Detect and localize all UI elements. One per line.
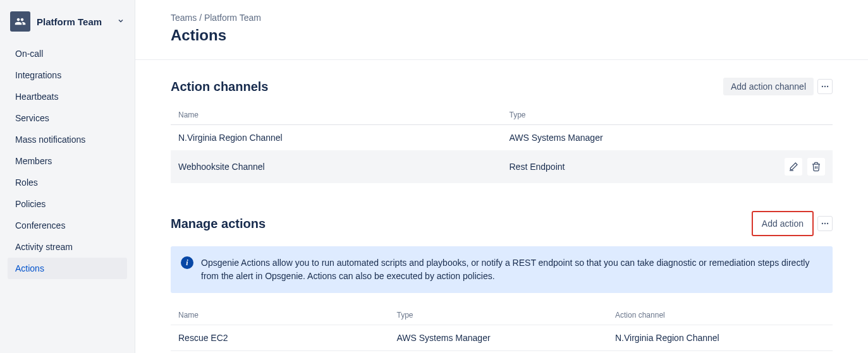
team-icon <box>10 11 30 32</box>
more-channels-button[interactable] <box>817 79 833 94</box>
team-selector[interactable]: Platform Team <box>8 11 127 32</box>
sidebar-item-heartbeats[interactable]: Heartbeats <box>8 86 127 107</box>
channels-header: Action channels Add action channel <box>171 78 833 95</box>
sidebar-item-roles[interactable]: Roles <box>8 172 127 193</box>
highlight-add-action: Add action <box>752 211 814 236</box>
table-row[interactable]: Webhooksite Channel Rest Endpoint <box>171 150 833 183</box>
sidebar-item-on-call[interactable]: On-call <box>8 43 127 64</box>
main-content: Teams / Platform Team Actions Action cha… <box>135 0 868 353</box>
svg-point-6 <box>827 223 828 224</box>
action-name: Start EC2 <box>171 351 389 354</box>
team-name: Platform Team <box>37 16 111 27</box>
channel-name: Webhooksite Channel <box>171 150 502 183</box>
svg-point-4 <box>822 223 823 224</box>
info-banner: i Opsgenie Actions allow you to run auto… <box>171 246 833 293</box>
sidebar-item-members[interactable]: Members <box>8 150 127 172</box>
channels-table: Name Type N.Virginia Region Channel AWS … <box>171 105 833 183</box>
channels-col-type: Type <box>502 105 776 125</box>
divider <box>135 59 868 60</box>
actions-header: Manage actions Add action <box>171 211 833 236</box>
breadcrumb-root[interactable]: Teams <box>171 13 197 23</box>
more-actions-button[interactable] <box>817 216 833 231</box>
actions-table: Name Type Action channel Rescue EC2 AWS … <box>171 306 833 353</box>
action-type: AWS Systems Manager <box>389 351 608 354</box>
table-row[interactable]: N.Virginia Region Channel AWS Systems Ma… <box>171 125 833 151</box>
sidebar-item-mass-notifications[interactable]: Mass notifications <box>8 129 127 150</box>
add-action-button[interactable]: Add action <box>754 215 811 232</box>
action-channel: N.Virginia Region Channel <box>608 351 833 354</box>
page-title: Actions <box>171 27 833 44</box>
delete-channel-button[interactable] <box>807 158 825 176</box>
add-action-channel-button[interactable]: Add action channel <box>723 78 814 95</box>
actions-col-name: Name <box>171 306 389 325</box>
breadcrumb: Teams / Platform Team <box>171 13 833 23</box>
sidebar-item-services[interactable]: Services <box>8 107 127 129</box>
actions-col-type: Type <box>389 306 608 325</box>
edit-channel-button[interactable] <box>785 158 802 176</box>
svg-point-0 <box>822 86 823 87</box>
sidebar-item-conferences[interactable]: Conferences <box>8 215 127 236</box>
sidebar: Platform Team On-call Integrations Heart… <box>0 0 135 353</box>
actions-title: Manage actions <box>171 217 266 231</box>
chevron-down-icon <box>117 16 125 27</box>
table-row[interactable]: Rescue EC2 AWS Systems Manager N.Virgini… <box>171 325 833 351</box>
sidebar-item-activity-stream[interactable]: Activity stream <box>8 236 127 258</box>
channels-title: Action channels <box>171 80 268 94</box>
breadcrumb-current[interactable]: Platform Team <box>204 13 261 23</box>
channel-type: AWS Systems Manager <box>502 125 776 151</box>
svg-point-2 <box>827 86 828 87</box>
svg-point-5 <box>824 223 826 224</box>
sidebar-item-policies[interactable]: Policies <box>8 193 127 215</box>
action-name: Rescue EC2 <box>171 325 389 351</box>
action-channel: N.Virginia Region Channel <box>608 325 833 351</box>
channel-type: Rest Endpoint <box>502 150 776 183</box>
info-text: Opsgenie Actions allow you to run automa… <box>201 256 822 283</box>
info-icon: i <box>181 256 193 269</box>
breadcrumb-sep: / <box>199 13 202 23</box>
sidebar-item-actions[interactable]: Actions <box>8 258 127 279</box>
actions-col-channel: Action channel <box>608 306 833 325</box>
svg-point-1 <box>824 86 826 87</box>
channel-name: N.Virginia Region Channel <box>171 125 502 151</box>
action-type: AWS Systems Manager <box>389 325 608 351</box>
sidebar-item-integrations[interactable]: Integrations <box>8 64 127 86</box>
table-row[interactable]: Start EC2 AWS Systems Manager N.Virginia… <box>171 351 833 354</box>
channels-col-name: Name <box>171 105 502 125</box>
sidebar-nav: On-call Integrations Heartbeats Services… <box>8 43 127 279</box>
